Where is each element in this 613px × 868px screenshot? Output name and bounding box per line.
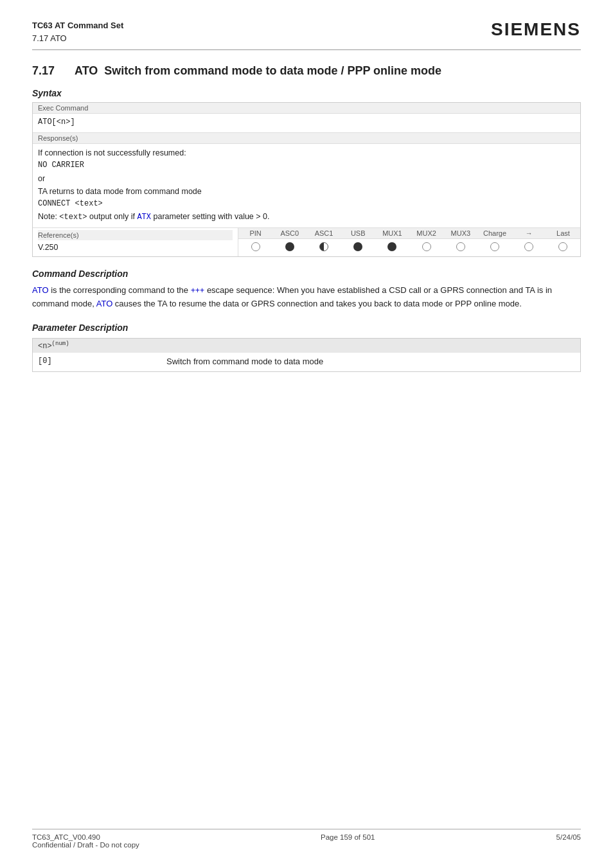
command-description-para: ATO is the corresponding command to the … <box>32 284 581 311</box>
col-asc0: ASC0 <box>272 228 306 238</box>
resp-line-2: NO CARRIER <box>38 159 575 172</box>
col-mux1: MUX1 <box>375 228 409 238</box>
page-footer: TC63_ATC_V00.490 Confidential / Draft - … <box>32 829 581 849</box>
ref-circles-row <box>238 239 580 254</box>
circle-arrow <box>512 242 546 251</box>
header-title-line2: 7.17 ATO <box>32 32 123 45</box>
response-content: If connection is not successfully resume… <box>33 144 580 227</box>
syntax-label: Syntax <box>32 88 581 98</box>
col-last: Last <box>546 228 580 238</box>
command-description-heading: Command Description <box>32 269 581 279</box>
param-data-row: [0] Switch from command mode to data mod… <box>33 353 580 371</box>
section-title: ATO Switch from command mode to data mod… <box>75 63 441 79</box>
circle-mux1-icon <box>387 242 396 251</box>
circle-mux2-icon <box>422 242 431 251</box>
siemens-logo: SIEMENS <box>491 19 581 40</box>
section-command: ATO <box>75 64 98 77</box>
resp-line-6: Note: <text> output only if ATX paramete… <box>38 210 575 224</box>
circle-mux3 <box>443 242 477 251</box>
exec-command-label: Exec Command <box>33 103 580 114</box>
circle-mux1 <box>375 242 409 251</box>
circle-pin-icon <box>251 242 260 251</box>
circle-mux3-icon <box>456 242 465 251</box>
exec-command-value: ATO[<n>] <box>33 114 580 132</box>
section-number: 7.17 <box>32 64 64 78</box>
response-label: Response(s) <box>33 133 580 144</box>
ato-link-2[interactable]: ATO <box>96 299 113 308</box>
circle-usb <box>341 242 375 251</box>
footer-doc-id: TC63_ATC_V00.490 <box>32 833 139 841</box>
col-asc1: ASC1 <box>306 228 341 238</box>
ref-headers: PIN ASC0 ASC1 USB MUX1 MUX2 MUX3 Charge … <box>238 228 580 239</box>
circle-mux2 <box>409 242 443 251</box>
circle-charge-icon <box>490 242 499 251</box>
header-title-line1: TC63 AT Command Set <box>32 19 123 32</box>
resp-line-5: CONNECT <text> <box>38 198 575 210</box>
response-row: Response(s) If connection is not success… <box>33 132 580 227</box>
reference-label: Reference(s) <box>38 230 233 240</box>
exec-command-row: Exec Command ATO[<n>] <box>33 103 580 132</box>
resp-line-3: or <box>38 172 575 185</box>
circle-usb-icon <box>353 242 362 251</box>
param-type: num <box>55 341 66 347</box>
circle-pin <box>238 242 272 251</box>
reference-left: Reference(s) V.250 <box>33 228 238 256</box>
ato-link-1[interactable]: ATO <box>32 285 49 295</box>
page: TC63 AT Command Set 7.17 ATO SIEMENS 7.1… <box>0 0 613 868</box>
section-heading: 7.17 ATO Switch from command mode to dat… <box>32 63 581 79</box>
circle-asc0 <box>272 242 306 251</box>
param-header-row: <n>(num) <box>33 339 580 353</box>
param-desc: Switch from command mode to data mode <box>166 355 575 369</box>
col-charge: Charge <box>477 228 511 238</box>
section-desc: Switch from command mode to data mode / … <box>104 64 441 77</box>
circle-charge <box>477 242 511 251</box>
reference-row: Reference(s) V.250 PIN ASC0 ASC1 USB MUX… <box>33 227 580 256</box>
circle-arrow-icon <box>524 242 533 251</box>
footer-page-number: Page 159 of 501 <box>321 833 375 849</box>
col-mux2: MUX2 <box>409 228 443 238</box>
col-mux3: MUX3 <box>443 228 477 238</box>
circle-last-icon <box>558 242 567 251</box>
footer-confidential: Confidential / Draft - Do not copy <box>32 841 139 849</box>
footer-left: TC63_ATC_V00.490 Confidential / Draft - … <box>32 833 139 849</box>
escape-seq-link[interactable]: +++ <box>191 287 205 296</box>
command-table: Exec Command ATO[<n>] Response(s) If con… <box>32 102 581 257</box>
circle-asc1-icon <box>319 242 328 251</box>
circle-asc0-icon <box>285 242 294 251</box>
parameter-table: <n>(num) [0] Switch from command mode to… <box>32 338 581 372</box>
resp-line-4: TA returns to data mode from command mod… <box>38 185 575 198</box>
col-arrow: → <box>512 228 546 238</box>
reference-value: V.250 <box>38 240 233 254</box>
col-usb: USB <box>341 228 375 238</box>
circle-asc1 <box>306 242 341 251</box>
resp-line-1: If connection is not successfully resume… <box>38 146 575 159</box>
page-header: TC63 AT Command Set 7.17 ATO SIEMENS <box>32 19 581 44</box>
circle-last <box>546 242 580 251</box>
col-pin: PIN <box>238 228 272 238</box>
footer-date: 5/24/05 <box>556 833 581 849</box>
reference-right: PIN ASC0 ASC1 USB MUX1 MUX2 MUX3 Charge … <box>238 228 580 256</box>
param-value: [0] <box>38 355 166 369</box>
header-left: TC63 AT Command Set 7.17 ATO <box>32 19 123 44</box>
header-divider <box>32 49 581 50</box>
parameter-description-heading: Parameter Description <box>32 323 581 333</box>
